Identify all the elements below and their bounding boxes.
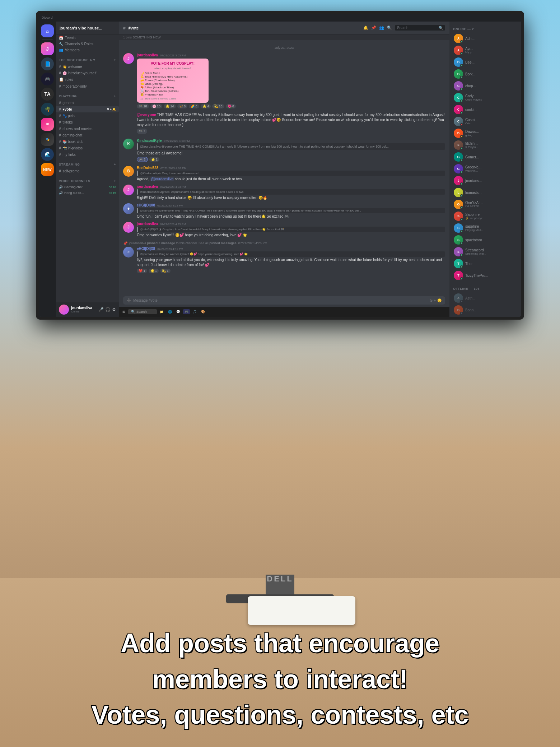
server-icon-8[interactable]: 🌊 — [41, 148, 54, 161]
member-item-bee[interactable]: B Bee... — [451, 56, 520, 68]
message-input-box[interactable]: ➕ Message #vote GIF 😊 — [123, 296, 445, 305]
attachment-icon[interactable]: ➕ — [127, 298, 131, 302]
channel-moderator-only[interactable]: # moderator-only — [56, 83, 119, 89]
server-name[interactable]: jourdan's vibe house... — [56, 22, 119, 35]
member-item-offline-1[interactable]: A Astri... — [451, 292, 520, 304]
channel-shows[interactable]: # shows-and-movies — [56, 125, 119, 132]
reaction-11[interactable]: 🌟 1 — [149, 157, 160, 162]
taskbar-start[interactable]: ⊞ — [121, 309, 127, 314]
voice-hang-out[interactable]: 🔊 Hang out ro... 00 15 — [56, 190, 119, 196]
channel-gaming-chat[interactable]: # gaming-chat — [56, 132, 119, 138]
member-item-adri[interactable]: A Adri... — [451, 33, 520, 44]
reaction-4[interactable]: 🦋 8 — [177, 104, 188, 108]
reaction-14[interactable]: 💫 1 — [160, 269, 171, 273]
member-item-chop[interactable]: C chop... — [451, 80, 520, 92]
member-item-tizzy[interactable]: T TizzyThePro... — [451, 270, 520, 281]
member-item-gamer[interactable]: G Gamer... — [451, 151, 520, 163]
sidebar-members[interactable]: 👥 Members — [56, 47, 119, 53]
deafen-icon[interactable]: 🎧 — [105, 307, 111, 312]
member-item-streamcord[interactable]: S Streamcord Streaming /hel... — [451, 246, 520, 257]
reaction-6[interactable]: ⭐ 4 — [201, 104, 211, 108]
members-toggle-icon[interactable]: 👥 — [379, 25, 384, 30]
member-item-bork[interactable]: B Bork... — [451, 68, 520, 80]
member-item-thor[interactable]: T Thor — [451, 258, 520, 269]
taskbar-app-5[interactable]: 🎵 — [191, 309, 198, 314]
server-icon-7[interactable]: 🎭 — [41, 133, 54, 146]
member-item-ayr[interactable]: A Ayr... My p... — [451, 45, 520, 56]
server-icon-1[interactable]: J — [41, 42, 54, 55]
taskbar-discord[interactable]: 🎮 — [183, 309, 190, 314]
settings-footer-icon[interactable]: ⚙ — [112, 307, 116, 312]
member-item-greenb[interactable]: G Green-b... Watchin... — [451, 163, 520, 175]
reaction-8[interactable]: 🌺 8 — [226, 104, 236, 108]
sidebar-channels-roles[interactable]: 🔧 Channels & Roles — [56, 41, 119, 47]
member-item-jourdans[interactable]: J jourdans... — [451, 175, 520, 186]
reaction-1[interactable]: 🎮 18 — [137, 104, 149, 108]
emoji-icon[interactable]: 😊 — [437, 298, 442, 302]
channel-tiktoks[interactable]: # tiktoks — [56, 119, 119, 125]
reaction-5[interactable]: 🌈 6 — [189, 104, 199, 108]
member-item-sapphire2[interactable]: S sapphire Playing Med... — [451, 222, 520, 234]
header-search-box[interactable]: Search 🔍 — [395, 25, 445, 31]
taskbar-app-2[interactable]: 🌐 — [167, 309, 173, 314]
member-status-greenb — [460, 171, 463, 173]
reaction-12[interactable]: ❤️ 1 — [137, 269, 147, 273]
footer-status: Online — [71, 310, 92, 313]
sidebar-events[interactable]: 📅 Events — [56, 35, 119, 41]
server-icon-4[interactable]: TA — [41, 88, 54, 101]
channel-irl-photos[interactable]: # 📸 irl-photos — [56, 145, 119, 151]
add-chatting-icon[interactable]: + — [114, 94, 116, 98]
server-icon-6[interactable]: 👁 — [41, 118, 54, 131]
taskbar-search[interactable]: 🔍 Search — [128, 309, 157, 314]
bell-icon[interactable]: 🔔 — [363, 25, 368, 30]
reaction-10[interactable]: 🎮 2 — [137, 157, 148, 162]
member-item-cody[interactable]: C Cody Cody Playing — [451, 92, 520, 103]
voice-gaming-chat[interactable]: 🔊 Gaming chat... 00 10 — [56, 184, 119, 190]
server-icon-2[interactable]: 📘 — [41, 57, 54, 70]
add-channel-icon[interactable]: + — [114, 58, 116, 62]
server-icon-3[interactable]: 🎮 — [41, 73, 54, 85]
channel-general[interactable]: # general — [56, 99, 119, 106]
add-streaming-icon[interactable]: + — [114, 163, 116, 166]
member-item-spaztotoro[interactable]: S spaztotoro — [451, 234, 520, 246]
search-icon[interactable]: 🔍 — [387, 25, 392, 30]
member-item-offline-2[interactable]: B Bonni... — [451, 304, 520, 316]
channel-rules[interactable]: 📋 rules — [56, 76, 119, 83]
system-message-pinned: 📌 jourdansilva pinned a message to this … — [123, 241, 445, 246]
channel-self-promo[interactable]: # self-promo — [56, 168, 119, 174]
channel-book-club[interactable]: # 📚 book-club — [56, 138, 119, 145]
member-status-gamer — [460, 159, 463, 162]
pinned-notice[interactable]: 1 pins SOMETHING NEW — [119, 34, 449, 40]
taskbar-app-6[interactable]: 🎨 — [200, 309, 206, 314]
member-item-cosmi[interactable]: C Cosmi... Cria... — [451, 116, 520, 127]
reaction-3[interactable]: 🌟 14 — [164, 104, 176, 108]
member-item-fitchin[interactable]: F fitchin... X Playin... — [451, 139, 520, 151]
server-home-button[interactable]: ⌂ — [41, 24, 54, 37]
member-item-sapphire1[interactable]: S Sapphire ⚡ sapph.xyz — [451, 210, 520, 222]
gif-icon[interactable]: GIF — [430, 298, 436, 302]
member-item-oneyzar[interactable]: O OneYzAr... I'M BETTE... — [451, 199, 520, 210]
pin-icon[interactable]: 📌 — [371, 25, 376, 30]
member-status-loanasts — [460, 194, 463, 197]
server-icon-5[interactable]: 🌴 — [41, 103, 54, 116]
reaction-9[interactable]: 🎮 7 — [137, 129, 147, 134]
member-item-loanasts[interactable]: L loanasts... — [451, 187, 520, 198]
add-voice-icon[interactable]: + — [114, 179, 116, 183]
channel-my-links[interactable]: # my-links — [56, 151, 119, 158]
taskbar-app-3[interactable]: 💬 — [175, 309, 182, 314]
member-item-cooki[interactable]: C cooki... — [451, 104, 520, 115]
channel-pets[interactable]: # 🐾 pets — [56, 112, 119, 119]
channel-vote[interactable]: # ♥vote ⚙ 4 🔔 — [56, 106, 119, 112]
server-new-badge: NEW — [43, 168, 51, 172]
mute-icon[interactable]: 🎤 — [98, 307, 104, 312]
member-item-dawso[interactable]: D Dawso... going... — [451, 127, 520, 139]
reaction-2[interactable]: 🌸 10 — [150, 104, 163, 108]
messages-area[interactable]: July 21, 2023 J jourdansilva 07/21/2023 … — [119, 40, 449, 294]
server-icon-9[interactable]: NEW — [41, 163, 54, 176]
reaction-13[interactable]: 🌟 1 — [149, 269, 159, 273]
taskbar-app-1[interactable]: 📁 — [158, 309, 165, 314]
member-avatar-cooki: C — [454, 105, 463, 114]
channel-welcome[interactable]: # 👋 welcome — [56, 63, 119, 70]
channel-introduce-yourself[interactable]: # 🌸 introduce-yourself — [56, 70, 119, 76]
reaction-7[interactable]: 💫 10 — [212, 104, 224, 108]
